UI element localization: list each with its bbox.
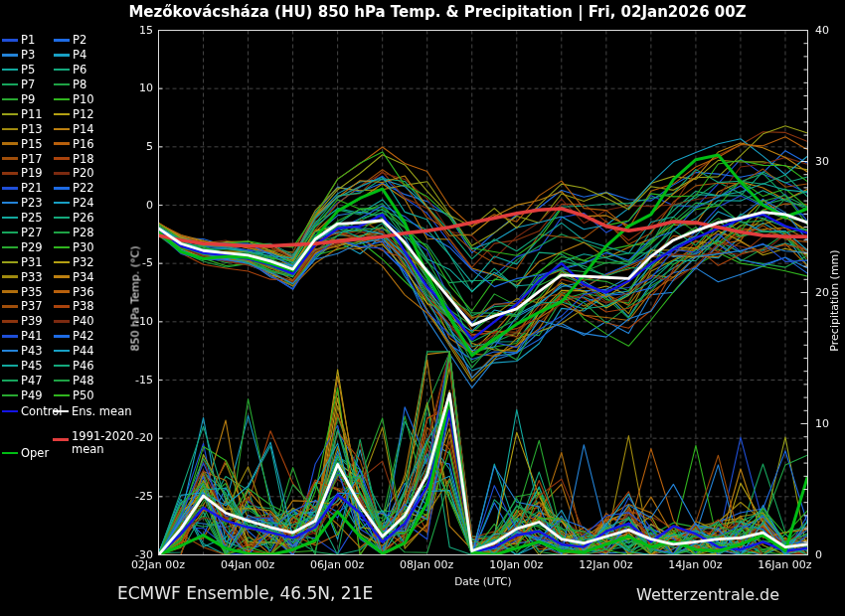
- legend-label-member: P42: [73, 329, 94, 343]
- member-line-swatch: [54, 246, 70, 249]
- tick-label: 12Jan 00z: [570, 558, 641, 571]
- member-line-swatch: [2, 172, 18, 175]
- member-line-swatch: [54, 217, 70, 220]
- tick-label: 40: [815, 24, 829, 37]
- member-line-swatch: [54, 54, 70, 57]
- legend-item-member: P29: [2, 239, 54, 254]
- legend-item-member: P43: [2, 344, 54, 359]
- member-line-swatch: [54, 275, 70, 278]
- legend-item-ens-mean: Ens. mean: [53, 404, 131, 418]
- legend-label-member: P46: [73, 359, 94, 373]
- member-line-swatch: [2, 246, 18, 249]
- legend-item-member: P27: [2, 226, 54, 240]
- legend-item-member: P16: [54, 136, 105, 151]
- legend-label-member: P22: [73, 181, 94, 195]
- member-line-swatch: [54, 83, 70, 86]
- legend-label-member: P5: [21, 63, 35, 77]
- legend-item-member: P22: [54, 181, 105, 196]
- legend-label-member: P23: [21, 196, 43, 210]
- legend-item-member: P49: [2, 387, 54, 402]
- legend-label-member: P36: [73, 285, 94, 299]
- model-info-text: ECMWF Ensemble, 46.5N, 21E: [117, 583, 373, 603]
- legend-item-member: P33: [2, 269, 54, 284]
- member-line-swatch: [54, 380, 70, 383]
- legend-item-member: P28: [54, 226, 105, 240]
- member-line-swatch: [54, 350, 70, 353]
- legend-item-member: P42: [54, 329, 105, 344]
- member-line-swatch: [2, 157, 18, 160]
- legend-item-member: P7: [2, 77, 54, 92]
- ens-mean-line-swatch: [53, 410, 69, 413]
- legend-label-member: P24: [73, 196, 94, 210]
- member-line-swatch: [54, 187, 70, 190]
- member-line-swatch: [54, 172, 70, 175]
- legend-label-member: P8: [73, 77, 86, 91]
- legend-item-member: P36: [54, 284, 105, 299]
- legend-label-member: P12: [73, 107, 94, 121]
- legend-label-member: P11: [21, 107, 43, 121]
- member-line-swatch: [2, 275, 18, 278]
- member-line-swatch: [2, 113, 18, 116]
- legend-item-member: P23: [2, 196, 54, 211]
- legend-label-member: P29: [21, 240, 43, 254]
- legend-label-member: P34: [73, 270, 94, 284]
- legend-item-member: P4: [54, 48, 105, 63]
- control-line-swatch: [2, 410, 18, 413]
- legend-label-member: P28: [73, 226, 94, 239]
- legend-item-member: P10: [54, 92, 105, 107]
- member-line-swatch: [2, 350, 18, 353]
- chart-title: Mezőkovácsháza (HU) 850 hPa Temp. & Prec…: [30, 3, 845, 21]
- legend-item-member: P44: [54, 344, 105, 359]
- member-line-swatch: [2, 394, 18, 397]
- legend-label-member: P16: [73, 137, 94, 151]
- legend-label-member: P20: [73, 166, 94, 180]
- legend-label-member: P15: [21, 137, 43, 151]
- y-axis-right-title: Precipitation (mm): [828, 38, 841, 564]
- member-line-swatch: [2, 380, 18, 383]
- legend-item-member: P5: [2, 63, 54, 77]
- legend-item-member: P31: [2, 254, 54, 269]
- legend-label-member: P13: [21, 122, 43, 136]
- legend-label-ens-mean: Ens. mean: [72, 404, 131, 418]
- legend-item-member: P8: [54, 77, 105, 92]
- member-line-swatch: [54, 39, 70, 42]
- member-line-swatch: [54, 157, 70, 160]
- watermark-text: Wetterzentrale.de: [636, 585, 779, 604]
- tick-label: 06Jan 00z: [301, 558, 373, 571]
- legend-item-member: P15: [2, 136, 54, 151]
- legend-label-member: P9: [21, 92, 35, 106]
- legend-label-member: P43: [21, 344, 43, 358]
- member-line-swatch: [2, 217, 18, 220]
- member-line-swatch: [2, 83, 18, 86]
- tick-label: 16Jan 00z: [749, 558, 820, 571]
- member-line-swatch: [54, 231, 70, 234]
- member-line-swatch: [54, 113, 70, 116]
- legend-label-member: P47: [21, 374, 43, 387]
- legend-item-member: P40: [54, 314, 105, 329]
- legend-label-member: P31: [21, 255, 43, 269]
- member-line-swatch: [2, 187, 18, 190]
- legend-item-member: P41: [2, 329, 54, 344]
- member-line-swatch: [2, 69, 18, 72]
- legend-item-member: P20: [54, 166, 105, 181]
- member-line-swatch: [54, 335, 70, 338]
- legend-item-member: P13: [2, 121, 54, 136]
- legend-label-member: P49: [21, 388, 43, 402]
- legend-item-member: P39: [2, 314, 54, 329]
- member-line-swatch: [54, 128, 70, 131]
- oper-line-swatch: [2, 452, 18, 455]
- legend-label-member: P40: [73, 314, 94, 328]
- legend-item-member: P9: [2, 92, 54, 107]
- legend-label-member: P27: [21, 226, 43, 239]
- legend-label-member: P39: [21, 314, 43, 328]
- member-line-swatch: [2, 142, 18, 145]
- member-line-swatch: [54, 394, 70, 397]
- legend-item-member: P25: [2, 211, 54, 226]
- tick-label: 14Jan 00z: [659, 558, 731, 571]
- member-line-swatch: [54, 290, 70, 293]
- member-line-swatch: [2, 98, 18, 101]
- legend-label-member: P38: [73, 299, 94, 313]
- legend-label-member: P33: [21, 270, 43, 284]
- legend-label-oper: Oper: [21, 446, 49, 460]
- legend-label-member: P44: [73, 344, 94, 358]
